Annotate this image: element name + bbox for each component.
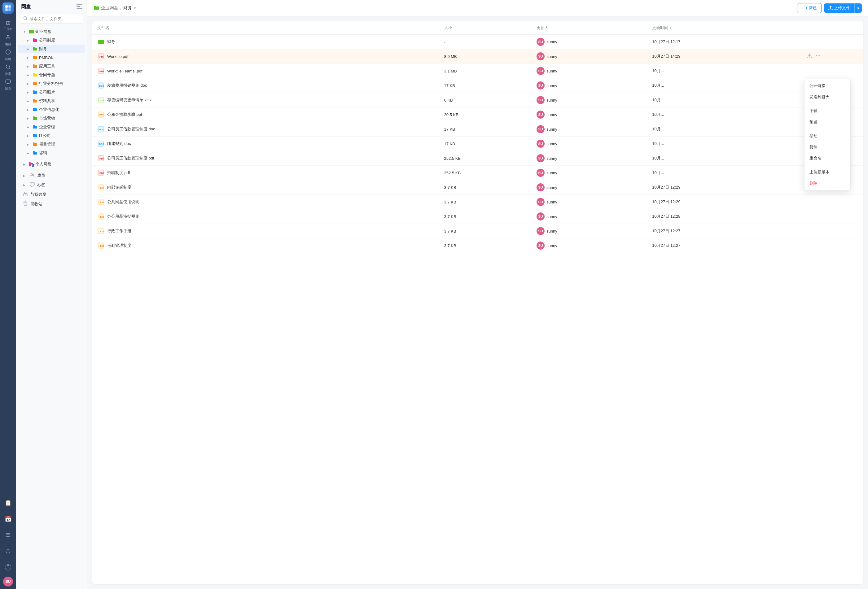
table-row[interactable]: PPT 公积金提取步骤.ppt 20.5 KB SU sunny 10月...	[92, 107, 863, 122]
file-size: 3.7 KB	[439, 209, 532, 224]
sidebar-item-shared[interactable]: 与我共享	[18, 190, 85, 199]
nav-item-project[interactable]: 项目	[1, 34, 15, 47]
download-action-button[interactable]	[806, 38, 813, 46]
expand-arrow-14: ▶	[27, 143, 31, 146]
tree-item-contract[interactable]: ▶ 合同专题	[18, 71, 85, 79]
user-avatar-nav[interactable]: SU	[3, 577, 13, 586]
download-action-button[interactable]	[806, 67, 813, 75]
new-button[interactable]: + + 新建	[797, 3, 822, 13]
sidebar-item-trash[interactable]: 回收站	[18, 199, 85, 209]
app-logo[interactable]	[3, 3, 13, 14]
expand-arrow-6: ▶	[27, 74, 31, 77]
updater-name: sunny	[546, 83, 557, 88]
nav-item-search[interactable]: 搜索	[1, 63, 15, 77]
download-action-button[interactable]	[806, 213, 813, 220]
svg-point-27	[816, 70, 817, 71]
context-menu-item-send[interactable]: 发送到聊天	[805, 91, 850, 103]
tree-item-pmbok[interactable]: ▶ PMBOK	[18, 53, 85, 62]
context-menu-item-download[interactable]: 下载	[805, 105, 850, 116]
folder-icon-personal: 👤	[28, 162, 34, 166]
download-action-button[interactable]	[806, 242, 813, 249]
tree-item-consult[interactable]: ▶ 咨询	[18, 149, 85, 157]
upload-dropdown-button[interactable]: ▾	[855, 3, 862, 13]
context-menu-item-rename[interactable]: 重命名	[805, 153, 850, 164]
tree-item-personal-disk[interactable]: ▶ 👤 个人网盘	[18, 160, 85, 168]
sidebar-item-tags[interactable]: ▶ 标签	[18, 180, 85, 190]
more-action-button[interactable]	[815, 38, 821, 46]
table-row[interactable]: TXT 公共网盘使用说明 3.7 KB SU sunny 10月27日 12:2…	[92, 195, 863, 209]
folder-icon-it	[32, 133, 38, 138]
context-menu-item-move[interactable]: 移动	[805, 130, 850, 141]
download-action-button[interactable]	[806, 227, 813, 235]
expand-arrow: ▼	[23, 30, 27, 34]
more-action-button[interactable]	[815, 242, 821, 249]
tree-item-finance[interactable]: ▶ 财务	[18, 44, 85, 53]
svg-point-22	[816, 56, 817, 56]
more-action-button[interactable]	[815, 213, 821, 220]
table-row[interactable]: PDF 公司员工借款管理制度.pdf 252.5 KB SU sunny 10月…	[92, 151, 863, 166]
table-row[interactable]: TXT 内部转岗制度 3.7 KB SU sunny 10月27日 12:29	[92, 180, 863, 195]
more-action-button[interactable]	[815, 67, 821, 75]
nav-item-calendar[interactable]: 📅	[1, 512, 15, 526]
file-updater: SU sunny	[531, 93, 647, 107]
calendar-icon: 📅	[4, 515, 12, 523]
nav-item-message[interactable]: 消息	[1, 78, 15, 92]
context-menu-item-preview[interactable]: 预览	[805, 116, 850, 128]
table-row[interactable]: PDF 招聘制度.pdf 252.5 KB SU sunny 10月...	[92, 166, 863, 180]
more-action-button[interactable]	[815, 198, 821, 206]
svg-text:PDF: PDF	[99, 56, 104, 58]
file-name-cell: 财务	[92, 35, 439, 49]
svg-point-29	[819, 70, 820, 71]
more-action-button[interactable]	[815, 227, 821, 235]
table-row[interactable]: DOC 团建规则.doc 17 KB SU sunny 10月...	[92, 137, 863, 151]
sidebar-collapse-button[interactable]	[77, 4, 82, 10]
search-box[interactable]	[20, 14, 83, 24]
col-header-name: 文件名	[92, 21, 439, 35]
more-action-button[interactable]	[815, 53, 821, 60]
table-row[interactable]: DOC 公司员工借款管理制度.doc 17 KB SU sunny 10月...	[92, 122, 863, 137]
col-header-time[interactable]: 更新时间 ↓	[647, 21, 802, 35]
table-row[interactable]: TXT 行政工作手册 3.7 KB SU sunny 10月27日 12:27	[92, 224, 863, 239]
tree-item-enterprise-disk[interactable]: ▼ 企业网盘	[18, 27, 85, 36]
sidebar-item-members[interactable]: ▶ 成员	[18, 171, 85, 180]
download-action-button[interactable]	[806, 198, 813, 206]
upload-button[interactable]: 上传文件	[824, 3, 855, 13]
tree-item-it-enterprise[interactable]: ▶ 企业信息化	[18, 105, 85, 114]
breadcrumb-dropdown[interactable]: ▾	[134, 6, 136, 10]
nav-item-new[interactable]: 新建	[1, 48, 15, 62]
context-menu-item-share[interactable]: 公开链接	[805, 80, 850, 91]
tree-item-mgmt[interactable]: ▶ 企业管理	[18, 123, 85, 131]
tree-item-company-rules[interactable]: ▶ 公司制度	[18, 36, 85, 44]
tree-item-proj-mgmt[interactable]: ▶ 项目管理	[18, 140, 85, 149]
tree-item-marketing[interactable]: ▶ 市场营销	[18, 114, 85, 123]
table-row[interactable]: TXT 考勤管理制度 3.7 KB SU sunny 10月27日 12:27	[92, 239, 863, 253]
table-row[interactable]: PDF Worktile.pdf 8.9 MB SU sunny 10月27日 …	[92, 49, 863, 64]
tree-item-apptools[interactable]: ▶ 应用工具	[18, 62, 85, 71]
tree-item-photos[interactable]: ▶ 公司照片	[18, 88, 85, 97]
context-menu-item-delete[interactable]: 删除	[805, 178, 850, 189]
table-row[interactable]: TXT 办公用品审批规则 3.7 KB SU sunny 10月27日 12:2…	[92, 209, 863, 224]
nav-item-clipboard[interactable]: 📋	[1, 496, 15, 510]
file-updater: SU sunny	[531, 239, 647, 253]
file-updater: SU sunny	[531, 151, 647, 166]
nav-item-hex[interactable]: ⬡	[1, 545, 15, 558]
expand-arrow-7: ▶	[27, 82, 31, 85]
tree-item-share[interactable]: ▶ 资料共享	[18, 97, 85, 105]
nav-item-list[interactable]: ☰	[1, 528, 15, 542]
table-row[interactable]: 财务 - SU sunny 10月27日 12:17	[92, 35, 863, 49]
new-button-label: + 新建	[805, 5, 817, 11]
download-action-button[interactable]	[806, 53, 813, 60]
table-row[interactable]: PDF Worktile Teams .pdf 3.1 MB SU sunny …	[92, 64, 863, 78]
table-row[interactable]: XLS 存货编码变更申请单.xlsx 6 KB SU sunny 10月...	[92, 93, 863, 107]
search-input[interactable]	[30, 16, 80, 21]
tree-item-industry[interactable]: ▶ 行业分析报告	[18, 79, 85, 88]
list-icon: ☰	[6, 532, 10, 539]
breadcrumb-root[interactable]: 企业网盘	[101, 5, 118, 11]
tree-item-it[interactable]: ▶ IT公司	[18, 131, 85, 140]
nav-item-workbench[interactable]: ⊞ 工作台	[1, 19, 15, 32]
context-menu-item-copy[interactable]: 复制	[805, 141, 850, 153]
table-row[interactable]: DOC 差旅费用报销规则.doc 17 KB SU sunny 10月...	[92, 78, 863, 93]
nav-item-help[interactable]: ?	[1, 561, 15, 574]
updater-name: sunny	[546, 40, 557, 44]
context-menu-item-upload_version[interactable]: 上传新版本	[805, 166, 850, 178]
